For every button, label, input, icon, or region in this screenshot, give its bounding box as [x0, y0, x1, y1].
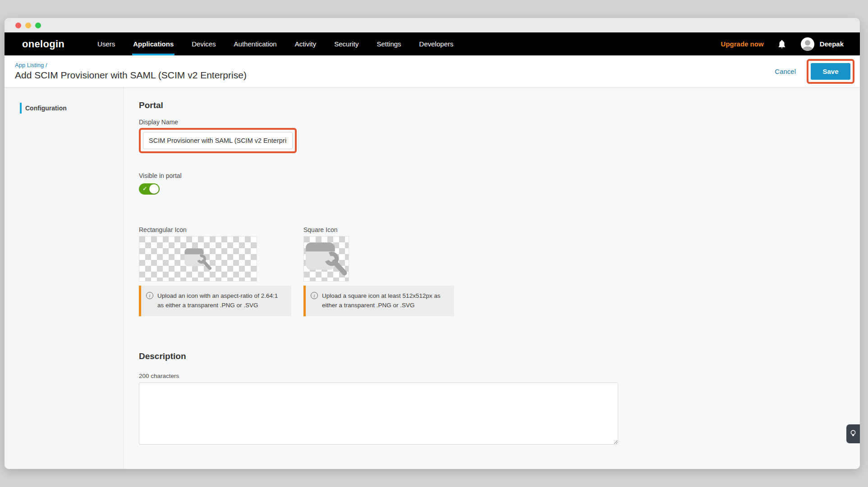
square-icon-column: Square Icon i Upload a square icon — [303, 226, 454, 316]
square-icon-label: Square Icon — [303, 226, 454, 233]
toggle-check-icon: ✓ — [142, 185, 147, 192]
visible-in-portal-label: Visible in portal — [139, 172, 860, 179]
zoom-window-button[interactable] — [35, 23, 41, 28]
lightbulb-icon — [850, 429, 856, 438]
display-name-highlight-annotation — [139, 128, 297, 153]
save-button-highlight-annotation: Save — [807, 59, 854, 84]
nav-item-applications[interactable]: Applications — [124, 32, 183, 55]
rectangular-icon-info-text: Upload an icon with an aspect-ratio of 2… — [157, 291, 285, 310]
nav-item-users[interactable]: Users — [88, 32, 124, 55]
user-avatar[interactable] — [801, 37, 814, 51]
square-icon-info-text: Upload a square icon at least 512x512px … — [322, 291, 448, 310]
upgrade-now-link[interactable]: Upgrade now — [721, 40, 764, 48]
nav-item-label: Security — [334, 40, 358, 48]
display-name-input[interactable] — [143, 132, 293, 149]
primary-nav: Users Applications Devices Authenticatio… — [88, 32, 462, 55]
page-header: App Listing / Add SCIM Provisioner with … — [5, 55, 860, 87]
toggle-knob — [149, 184, 159, 194]
save-button[interactable]: Save — [811, 63, 850, 80]
page-title: Add SCIM Provisioner with SAML (SCIM v2 … — [15, 70, 247, 81]
nav-item-developers[interactable]: Developers — [410, 32, 463, 55]
info-icon: i — [146, 292, 153, 299]
info-icon: i — [311, 292, 318, 299]
description-character-count: 200 characters — [139, 373, 860, 379]
rectangular-icon-info-note: i Upload an icon with an aspect-ratio of… — [139, 286, 291, 316]
avatar-body-shape — [803, 46, 813, 51]
breadcrumb[interactable]: App Listing / — [15, 62, 247, 68]
navbar-right: Upgrade now Deepak — [721, 32, 844, 55]
rectangular-icon-column: Rectangular Icon i Upload an icon w — [139, 226, 291, 316]
top-navbar: onelogin Users Applications Devices Auth… — [5, 32, 860, 55]
app-window-wrench-icon — [304, 239, 348, 279]
nav-item-devices[interactable]: Devices — [183, 32, 225, 55]
rectangular-icon-dropzone[interactable] — [139, 236, 257, 282]
icon-upload-row: Rectangular Icon i Upload an icon w — [139, 226, 860, 316]
nav-item-label: Applications — [133, 40, 174, 48]
user-name: Deepak — [820, 40, 844, 48]
nav-item-label: Settings — [377, 40, 401, 48]
description-section-heading: Description — [139, 351, 860, 361]
square-icon-dropzone[interactable] — [303, 236, 349, 282]
nav-item-settings[interactable]: Settings — [367, 32, 410, 55]
page-body: Configuration Portal Display Name Visibl… — [5, 87, 860, 469]
cancel-button[interactable]: Cancel — [775, 68, 796, 75]
nav-item-security[interactable]: Security — [325, 32, 367, 55]
nav-item-label: Developers — [419, 40, 454, 48]
notifications-bell-icon[interactable] — [777, 39, 787, 50]
description-textarea[interactable] — [139, 382, 618, 445]
nav-item-activity[interactable]: Activity — [286, 32, 326, 55]
rectangular-icon-label: Rectangular Icon — [139, 226, 291, 233]
minimize-window-button[interactable] — [25, 23, 31, 28]
page-header-titles: App Listing / Add SCIM Provisioner with … — [15, 62, 247, 81]
close-window-button[interactable] — [15, 23, 21, 28]
onelogin-logo[interactable]: onelogin — [22, 38, 64, 50]
main-content: Portal Display Name Visible in portal ✓ … — [124, 87, 860, 469]
browser-window: onelogin Users Applications Devices Auth… — [5, 18, 860, 469]
app-window-wrench-icon — [184, 246, 212, 272]
display-name-label: Display Name — [139, 118, 860, 126]
window-titlebar — [5, 18, 860, 32]
nav-item-label: Activity — [295, 40, 317, 48]
avatar-head-shape — [805, 40, 810, 46]
portal-section-heading: Portal — [139, 100, 860, 110]
help-lightbulb-tab[interactable] — [846, 424, 860, 443]
nav-item-label: Devices — [192, 40, 216, 48]
sidebar-item-configuration[interactable]: Configuration — [5, 102, 124, 114]
square-icon-info-note: i Upload a square icon at least 512x512p… — [303, 286, 454, 316]
nav-item-label: Users — [97, 40, 115, 48]
left-sidebar: Configuration — [5, 87, 124, 469]
nav-item-authentication[interactable]: Authentication — [225, 32, 286, 55]
nav-item-label: Authentication — [234, 40, 277, 48]
visible-in-portal-toggle[interactable]: ✓ — [139, 183, 160, 195]
page-header-actions: Cancel Save — [775, 59, 854, 84]
sidebar-item-label: Configuration — [25, 105, 67, 112]
